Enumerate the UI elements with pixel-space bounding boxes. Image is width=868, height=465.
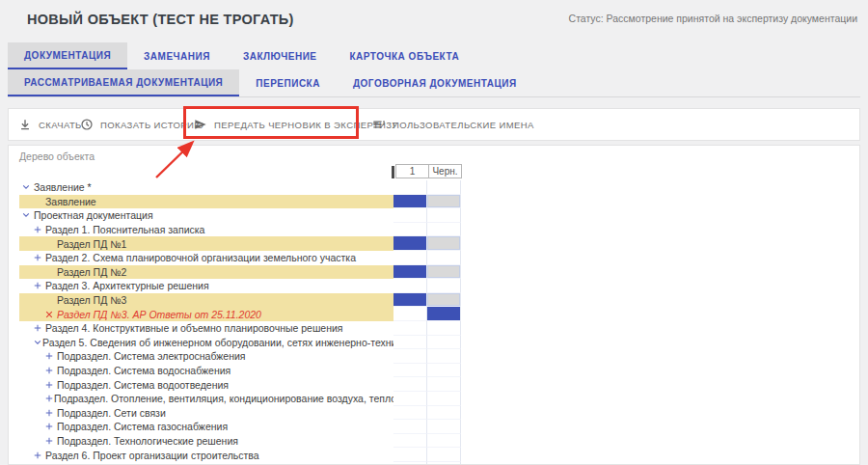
tab-conclusion[interactable]: ЗАКЛЮЧЕНИЕ bbox=[227, 42, 334, 69]
tree-row-label-area[interactable]: Раздел 2. Схема планировочной организаци… bbox=[9, 251, 393, 265]
tree-row[interactable]: Подраздел. Система водоотведения bbox=[9, 377, 859, 392]
plus-icon[interactable] bbox=[44, 351, 57, 361]
chevron-down-icon[interactable] bbox=[21, 182, 34, 192]
draft-cell[interactable] bbox=[427, 265, 461, 280]
version-1-cell[interactable] bbox=[393, 293, 427, 308]
tree-row[interactable]: Раздел 5. Сведения об инженерном оборудо… bbox=[9, 336, 859, 350]
tree-row-label-area[interactable]: Раздел 1. Пояснительная записка bbox=[9, 223, 393, 237]
tree-row[interactable]: Раздел 4. Конструктивные и объемно плани… bbox=[9, 321, 859, 336]
tree-row[interactable]: Подраздел. Система электроснабжения bbox=[9, 349, 859, 364]
draft-cell[interactable] bbox=[427, 236, 461, 251]
tree-row[interactable]: Раздел ПД №2 bbox=[9, 265, 859, 280]
tree-row-label-area[interactable]: Подраздел. Система водоснабжения bbox=[9, 364, 393, 378]
tree-row-title: Заявление bbox=[45, 196, 96, 207]
tree-row-label-area[interactable]: Раздел 5. Сведения об инженерном оборудо… bbox=[9, 336, 393, 350]
tree-row[interactable]: Подраздел. Отопление, вентиляция, кондиц… bbox=[9, 392, 859, 406]
page-title: НОВЫЙ ОБЪЕКТ (ТЕСТ НЕ ТРОГАТЬ) bbox=[27, 12, 294, 27]
version-1-cell bbox=[393, 377, 427, 392]
tree-row-label-area[interactable]: Подраздел. Технологические решения bbox=[9, 434, 393, 449]
plus-icon[interactable] bbox=[44, 380, 57, 390]
send-draft-to-expertise-button[interactable]: ПЕРЕДАТЬ ЧЕРНОВИК В ЭКСПЕРТИЗУ bbox=[194, 109, 398, 140]
tree-row-label-area[interactable]: Раздел ПД №3. АР Ответы от 25.11.2020 bbox=[9, 307, 393, 321]
tree-row-label-area[interactable]: Заявление * bbox=[9, 180, 393, 195]
download-button[interactable]: СКАЧАТЬ bbox=[18, 109, 82, 140]
tree-row-label-area[interactable]: Раздел 4. Конструктивные и объемно плани… bbox=[9, 321, 393, 336]
history-icon bbox=[80, 118, 94, 131]
tree-row-label-area[interactable]: Заявление bbox=[9, 195, 393, 209]
version-1-cell bbox=[393, 208, 427, 223]
tree-row-label-area[interactable]: Раздел ПД №1 bbox=[9, 236, 393, 251]
tree-row[interactable]: Раздел 3. Архитектурные решения bbox=[9, 279, 859, 293]
tree-row[interactable]: Раздел 6. Проект организации строительст… bbox=[9, 448, 859, 462]
tree-row[interactable]: Подраздел. Сети связи bbox=[9, 406, 859, 421]
user-names-icon bbox=[372, 118, 386, 131]
tree-row-label-area[interactable]: Подраздел. Отопление, вентиляция, кондиц… bbox=[9, 392, 393, 406]
tree-row-label-area[interactable]: Раздел 6. Проект организации строительст… bbox=[9, 448, 393, 462]
version-1-cell bbox=[393, 336, 427, 350]
tab-reviewed-documentation[interactable]: РАССМАТРИВАЕМАЯ ДОКУМЕНТАЦИЯ bbox=[8, 69, 239, 96]
version-1-cell[interactable] bbox=[393, 236, 427, 251]
tree-row-title: Подраздел. Система водоотведения bbox=[57, 379, 229, 391]
tab-documentation[interactable]: ДОКУМЕНТАЦИЯ bbox=[8, 42, 127, 69]
plus-icon[interactable] bbox=[44, 408, 57, 418]
user-names-button[interactable]: ПОЛЬЗОВАТЕЛЬСКИЕ ИМЕНА bbox=[372, 109, 534, 140]
plus-icon[interactable] bbox=[33, 225, 45, 234]
plus-icon[interactable] bbox=[44, 436, 57, 446]
version-1-cell bbox=[393, 364, 427, 378]
tree-row[interactable]: Подраздел. Система водоснабжения bbox=[9, 364, 859, 378]
tree-row[interactable]: Проектная документация bbox=[9, 208, 859, 223]
plus-icon[interactable] bbox=[33, 451, 45, 460]
plus-icon[interactable] bbox=[44, 394, 54, 403]
chevron-down-icon[interactable] bbox=[33, 338, 42, 347]
tree-row-title: Раздел 3. Архитектурные решения bbox=[45, 280, 209, 291]
tree-row-label-area[interactable]: Раздел 3. Архитектурные решения bbox=[9, 279, 393, 293]
draft-cell[interactable] bbox=[427, 195, 461, 209]
tab-contract-documentation[interactable]: ДОГОВОРНАЯ ДОКУМЕНТАЦИЯ bbox=[337, 69, 533, 96]
send-icon bbox=[194, 118, 207, 131]
draft-cell[interactable] bbox=[427, 293, 461, 308]
tree-table-header: 1 Черн. bbox=[9, 164, 462, 178]
x-icon bbox=[44, 310, 57, 319]
draft-cell bbox=[427, 377, 461, 392]
tree-row-label-area[interactable]: Подраздел. Сети связи bbox=[9, 406, 393, 421]
tree-row[interactable]: Раздел ПД №3 bbox=[9, 293, 859, 308]
tree-row[interactable]: Раздел ПД №1 bbox=[9, 236, 859, 251]
draft-cell bbox=[427, 406, 461, 421]
tree-row-label-area[interactable]: Проектная документация bbox=[9, 208, 393, 223]
plus-icon[interactable] bbox=[33, 253, 45, 262]
tree-row[interactable]: Раздел 2. Схема планировочной организаци… bbox=[9, 251, 859, 265]
column-marker-bar bbox=[392, 166, 394, 178]
tabs-primary: ДОКУМЕНТАЦИЯЗАМЕЧАНИЯЗАКЛЮЧЕНИЕКАРТОЧКА … bbox=[8, 42, 475, 69]
tree-row[interactable]: Заявление * bbox=[9, 180, 859, 195]
toolbar: СКАЧАТЬПОКАЗАТЬ ИСТОРИЮПЕРЕДАТЬ ЧЕРНОВИК… bbox=[8, 108, 860, 141]
tree-row[interactable]: Подраздел. Технологические решения bbox=[9, 434, 859, 449]
draft-cell bbox=[427, 180, 461, 195]
tree-row-title: Подраздел. Отопление, вентиляция, кондиц… bbox=[54, 393, 393, 404]
tab-object-card[interactable]: КАРТОЧКА ОБЪЕКТА bbox=[333, 42, 475, 69]
tree-row-label-area[interactable]: Раздел ПД №2 bbox=[9, 265, 393, 280]
draft-cell bbox=[427, 434, 461, 449]
tree-row-title: Подраздел. Система водоснабжения bbox=[57, 365, 231, 376]
tree-row-title: Раздел 1. Пояснительная записка bbox=[45, 224, 204, 235]
version-1-cell bbox=[393, 392, 427, 406]
tree-row-label-area[interactable]: Подраздел. Система электроснабжения bbox=[9, 349, 393, 364]
version-1-cell[interactable] bbox=[393, 265, 427, 280]
version-1-cell[interactable] bbox=[393, 195, 427, 209]
chevron-down-icon[interactable] bbox=[21, 210, 34, 220]
tree-row-label-area[interactable]: Подраздел. Система водоотведения bbox=[9, 377, 393, 392]
tree-row[interactable]: Подраздел. Система газоснабжения bbox=[9, 420, 859, 434]
show-history-button[interactable]: ПОКАЗАТЬ ИСТОРИЮ bbox=[80, 109, 203, 140]
tab-correspondence[interactable]: ПЕРЕПИСКА bbox=[239, 69, 337, 96]
plus-icon[interactable] bbox=[44, 366, 57, 375]
tree-row[interactable]: Раздел ПД №3. АР Ответы от 25.11.2020 bbox=[9, 307, 859, 321]
version-1-cell bbox=[393, 180, 427, 195]
tree-row[interactable]: Раздел 1. Пояснительная записка bbox=[9, 223, 859, 237]
tree-row[interactable]: Заявление bbox=[9, 195, 859, 209]
tree-row-label-area[interactable]: Подраздел. Система газоснабжения bbox=[9, 420, 393, 434]
tree-row-label-area[interactable]: Раздел ПД №3 bbox=[9, 293, 393, 308]
plus-icon[interactable] bbox=[33, 323, 45, 333]
tab-remarks[interactable]: ЗАМЕЧАНИЯ bbox=[127, 42, 227, 69]
draft-cell[interactable] bbox=[427, 307, 461, 321]
plus-icon[interactable] bbox=[33, 281, 45, 290]
plus-icon[interactable] bbox=[44, 422, 57, 431]
